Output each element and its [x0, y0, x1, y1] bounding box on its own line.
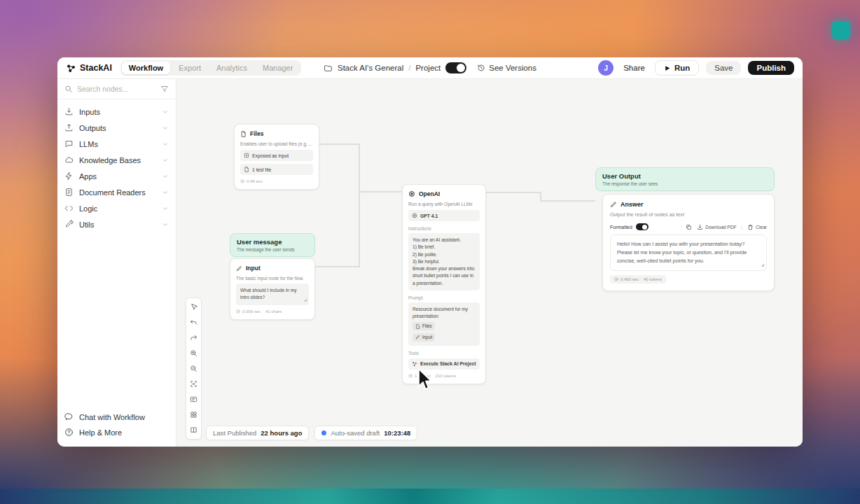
autosave-label: Auto-saved draft — [331, 429, 380, 437]
redo-button[interactable] — [188, 332, 200, 343]
formatted-toggle[interactable] — [636, 223, 649, 230]
play-icon — [664, 65, 670, 71]
grid-view-button[interactable] — [188, 410, 200, 420]
run-label: Run — [674, 64, 690, 72]
breadcrumb-project[interactable]: Project — [415, 64, 441, 72]
sidebar-item-label: Utils — [79, 220, 156, 229]
filter-icon[interactable] — [160, 85, 169, 93]
search-input[interactable] — [77, 85, 156, 93]
prompt-textarea[interactable]: Resource document for my presentation: F… — [408, 302, 480, 346]
fit-view-button[interactable] — [188, 379, 200, 389]
main-tabs: Workflow Export Analytics Manager — [120, 60, 302, 76]
answer-output-textarea[interactable]: Hello! How can I assist you with your pr… — [610, 234, 767, 271]
clear-button[interactable]: Clear — [747, 224, 767, 230]
input-textarea[interactable]: What should I include in my intro slides… — [236, 284, 309, 304]
exposed-as-input-row[interactable]: Exposed as input — [240, 150, 313, 161]
share-button[interactable]: Share — [620, 61, 648, 75]
user-output-banner[interactable]: User Output The response the user sees — [595, 167, 775, 191]
notes-button[interactable] — [188, 394, 200, 405]
user-message-banner[interactable]: User message The message the user sends — [230, 233, 315, 257]
zoom-in-button[interactable] — [188, 348, 200, 358]
files-node[interactable]: Files Enables user to upload files (e.g.… — [234, 124, 319, 190]
code-icon — [64, 204, 74, 213]
undo-button[interactable] — [188, 317, 200, 328]
sidebar-item-label: LLMs — [79, 140, 156, 148]
tab-manager[interactable]: Manager — [256, 62, 300, 74]
answer-node[interactable]: Answer Output the result of nodes as tex… — [602, 194, 775, 291]
sidebar-item-utils[interactable]: Utils — [64, 216, 169, 232]
brand-name: StackAI — [80, 63, 112, 73]
resize-handle-icon[interactable]: ◢ — [761, 262, 764, 269]
openai-node-title: OpenAI — [419, 190, 440, 197]
model-icon — [412, 213, 417, 218]
copy-icon[interactable] — [686, 224, 692, 230]
user-message-subtitle: The message the user sends — [237, 247, 308, 252]
resize-handle-icon[interactable]: ◢ — [303, 297, 307, 303]
input-node-description: The basic input node for the flow. — [236, 275, 309, 281]
tab-analytics[interactable]: Analytics — [209, 62, 254, 74]
answer-node-runtime: 0.450 sec — [614, 277, 639, 281]
avatar[interactable]: J — [598, 60, 613, 76]
sidebar-item-outputs[interactable]: Outputs — [64, 120, 169, 136]
last-published-value: 22 hours ago — [261, 429, 302, 437]
prompt-chip-files[interactable]: Files — [412, 322, 435, 330]
input-node[interactable]: Input The basic input node for the flow.… — [230, 258, 315, 320]
workflow-canvas[interactable]: Files Enables user to upload files (e.g.… — [176, 79, 803, 447]
sidebar-item-label: Knowledge Bases — [79, 156, 156, 164]
search-icon — [64, 85, 73, 93]
canvas-status-bar: Last Published 22 hours ago Auto-saved d… — [206, 426, 417, 440]
run-button[interactable]: Run — [655, 60, 699, 76]
chat-with-workflow-button[interactable]: Chat with Workflow — [64, 412, 169, 421]
sidebar-item-logic[interactable]: Logic — [64, 200, 169, 216]
sidebar-item-document-readers[interactable]: Document Readers — [64, 184, 169, 200]
save-button[interactable]: Save — [706, 61, 741, 75]
chevron-down-icon — [162, 189, 169, 196]
input-node-title: Input — [246, 265, 261, 272]
model-selector[interactable]: GPT 4.1 — [408, 210, 480, 221]
chevron-down-icon — [162, 157, 169, 164]
help-and-more-button[interactable]: Help & More — [64, 428, 169, 437]
prompt-chip-input[interactable]: Input — [412, 333, 435, 342]
tab-workflow[interactable]: Workflow — [122, 62, 170, 74]
tab-export[interactable]: Export — [172, 62, 208, 74]
pencil-icon — [415, 335, 420, 340]
sidebar-item-label: Apps — [79, 172, 156, 181]
brand[interactable]: StackAI — [66, 63, 112, 74]
openai-node[interactable]: OpenAI Run a query with OpenAI LLMs GPT … — [402, 184, 486, 384]
history-icon — [477, 64, 485, 72]
stackai-app-window: StackAI Workflow Export Analytics Manage… — [57, 57, 803, 447]
files-node-description: Enables user to upload files (e.g. PDF, … — [240, 141, 313, 147]
chevron-down-icon — [162, 141, 169, 148]
publish-button[interactable]: Publish — [748, 61, 794, 75]
tool-row[interactable]: Execute Stack AI Project — [408, 358, 480, 370]
instructions-label: Instructions — [408, 226, 480, 231]
sidebar-item-apps[interactable]: Apps — [64, 168, 169, 184]
help-icon — [64, 428, 74, 437]
download-icon — [697, 224, 703, 230]
tool-name: Execute Stack AI Project — [420, 361, 476, 366]
zoom-out-button[interactable] — [188, 363, 200, 374]
see-versions-button[interactable]: See Versions — [477, 64, 536, 72]
pointer-tool-button[interactable] — [188, 302, 200, 312]
project-toggle[interactable] — [445, 62, 466, 74]
wrench-icon — [64, 220, 74, 229]
autosave-pill: Auto-saved draft 10:23:48 — [314, 426, 417, 440]
stackai-project-icon — [412, 361, 417, 367]
download-pdf-button[interactable]: Download PDF — [697, 224, 736, 230]
breadcrumb-folder[interactable]: Stack AI's General — [338, 64, 403, 72]
sidebar-item-inputs[interactable]: Inputs — [64, 104, 169, 120]
sidebar-item-label: Logic — [79, 204, 156, 213]
file-icon — [240, 131, 247, 137]
sidebar-item-knowledge-bases[interactable]: Knowledge Bases — [64, 152, 169, 168]
guide-book-button[interactable] — [188, 425, 200, 435]
wallpaper-dock-band — [0, 489, 860, 504]
instructions-textarea[interactable]: You are an AI assistant. 1) Be brief. 2)… — [408, 233, 480, 290]
model-name: GPT 4.1 — [420, 214, 438, 218]
app-header: StackAI Workflow Export Analytics Manage… — [57, 57, 803, 79]
sidebar-item-llms[interactable]: LLMs — [64, 136, 169, 152]
bolt-icon — [64, 172, 74, 181]
clock-icon — [236, 309, 240, 314]
exposed-as-input-label: Exposed as input — [252, 153, 289, 158]
test-file-row[interactable]: 1 test file — [240, 164, 313, 175]
node-library-sidebar: Inputs Outputs LLMs Knowledge Bases — [57, 79, 176, 447]
